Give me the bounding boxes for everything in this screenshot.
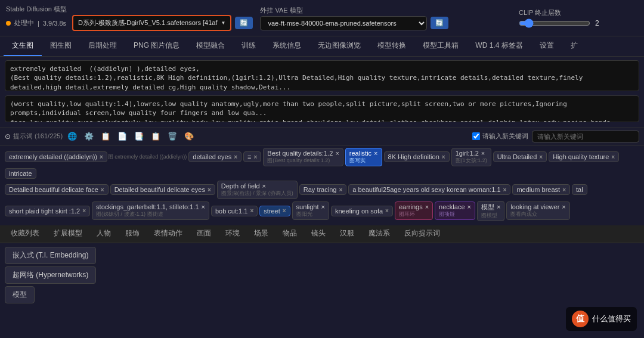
tag-street-x[interactable]: ×	[283, 207, 286, 214]
cat-tab-painting[interactable]: 画面	[190, 225, 218, 243]
tag-looking[interactable]: looking at viewer × 图看向观众	[506, 201, 569, 220]
hypernetworks-btn[interactable]: 超网络 (Hypernetworks)	[5, 266, 96, 284]
tag-delicate-eyes[interactable]: Detailed beautiful delicate eyes ×	[110, 184, 215, 195]
tag-8k-x[interactable]: ×	[442, 154, 445, 160]
model-select[interactable]: D系列-极致质感-DgirlV5_V5.1.safetensors [41af	[72, 15, 231, 31]
copy-btn2[interactable]: 📄	[115, 131, 129, 142]
tag-earrings-x[interactable]: ×	[425, 203, 429, 210]
vae-refresh-btn[interactable]: 🔄	[431, 17, 448, 29]
tag-ray-tracing[interactable]: Ray tracing ×	[299, 184, 346, 195]
tag-best-quality[interactable]: Best quality details:1.2 × 图(Best qualit…	[263, 148, 343, 166]
cat-tab-magic[interactable]: 魔法系	[361, 225, 397, 243]
cat-tab-hanfu[interactable]: 汉服	[333, 225, 361, 243]
tag-medium-breast[interactable]: medium breast ×	[512, 184, 570, 195]
copy-btn3[interactable]: 📑	[132, 131, 146, 142]
cat-tab-lens[interactable]: 镜头	[304, 225, 333, 243]
tag-bq-x[interactable]: ×	[335, 150, 339, 157]
tag-realistic[interactable]: realistic × 图写实	[345, 148, 382, 166]
tab-txt2img[interactable]: 文生图	[4, 36, 42, 56]
tag-dbdf-x[interactable]: ×	[101, 187, 104, 193]
tag-necklace-x[interactable]: ×	[467, 203, 471, 210]
tag-mb-x[interactable]: ×	[562, 187, 566, 193]
globe-btn[interactable]: 🌐	[65, 131, 79, 142]
tag-detailed-eyes[interactable]: detailed eyes ×	[188, 151, 242, 162]
cat-tab-environment[interactable]: 环境	[218, 225, 247, 243]
tag-addielyn[interactable]: extremely detailed ((addielyn)) ×	[5, 151, 107, 162]
tag-1girl[interactable]: 1girl:1.2 × 图(1女孩:1.2)	[451, 148, 491, 166]
tag-8k[interactable]: 8K High definition ×	[384, 151, 450, 162]
tab-png-info[interactable]: PNG 图片信息	[125, 36, 188, 56]
tab-expand[interactable]: 扩	[562, 36, 586, 56]
tag-dof-x[interactable]: ×	[262, 182, 266, 190]
tag-lav-x[interactable]: ×	[562, 203, 565, 210]
tag-ud-x[interactable]: ×	[539, 154, 543, 160]
tag-dbde-x[interactable]: ×	[208, 187, 211, 193]
tab-model-toolbox[interactable]: 模型工具箱	[414, 36, 467, 56]
tag-sub-addielyn: 图 extremely detailed ((addielyn))	[108, 153, 187, 161]
tag-model-x[interactable]: ×	[497, 203, 500, 210]
tag-addielyn-x[interactable]: ×	[100, 154, 103, 160]
delete-btn[interactable]: 🗑️	[165, 131, 179, 142]
tag-kw-x[interactable]: ×	[503, 187, 507, 193]
tag-delicate-face[interactable]: Detailed beautiful delicate face ×	[5, 184, 109, 195]
tag-st-x[interactable]: ×	[202, 203, 205, 210]
tab-system-info[interactable]: 系统信息	[264, 36, 309, 56]
tag-detailed-eyes-x[interactable]: ×	[234, 154, 237, 160]
tag-sunlight[interactable]: sunlight × 图阳光	[292, 201, 329, 220]
new-keyword-checkbox[interactable]	[472, 132, 480, 140]
tab-infinite-browse[interactable]: 无边图像浏览	[309, 36, 369, 56]
tab-settings[interactable]: 设置	[531, 36, 562, 56]
tag-bob-cut[interactable]: bob cut:1.1 ×	[211, 206, 258, 216]
cat-tab-clothing[interactable]: 服饰	[118, 225, 147, 243]
tab-train[interactable]: 训练	[233, 36, 264, 56]
cat-tab-expression[interactable]: 表情动作	[147, 225, 190, 243]
tag-realistic-x[interactable]: ×	[374, 150, 377, 157]
tab-model-merge[interactable]: 模型融合	[188, 36, 233, 56]
magic-btn[interactable]: 🎨	[182, 131, 196, 142]
tag-1girl-x[interactable]: ×	[481, 150, 485, 157]
tag-rt-x[interactable]: ×	[339, 187, 342, 193]
positive-prompt[interactable]: extremely detailed ((addielyn) ),detaile…	[5, 60, 639, 91]
tab-wd-tagger[interactable]: WD 1.4 标签器	[467, 36, 531, 56]
clip-label: CLIP 终止层数	[519, 8, 638, 17]
tag-eq-x[interactable]: ×	[253, 154, 257, 160]
cat-tab-person[interactable]: 人物	[89, 225, 118, 243]
tag-model[interactable]: 模型 × 图模型	[477, 201, 504, 221]
keyword-search-input[interactable]	[532, 131, 639, 142]
negative-prompt[interactable]: (worst quality,low quality:1.4),lowres,l…	[5, 95, 639, 122]
cat-tab-negative[interactable]: 反向提示词	[397, 225, 447, 243]
tag-hq-texture[interactable]: High quality texture ×	[549, 151, 619, 162]
tag-skirt-x[interactable]: ×	[82, 207, 86, 214]
cat-tab-extensions[interactable]: 扩展模型	[47, 225, 89, 243]
tag-ks-x[interactable]: ×	[385, 207, 389, 214]
cat-tab-scene[interactable]: 场景	[247, 225, 275, 243]
tag-necklace[interactable]: necklace × 图项链	[435, 201, 475, 220]
tag-korean-woman[interactable]: a beautiful25age years old sexy korean w…	[348, 184, 510, 195]
tag-equalizer[interactable]: ≡ ×	[243, 151, 261, 162]
tab-postprocess[interactable]: 后期处理	[80, 36, 125, 56]
cat-tab-favorites[interactable]: 收藏列表	[4, 225, 47, 243]
tag-bc-x[interactable]: ×	[250, 207, 253, 214]
tab-model-convert[interactable]: 模型转换	[369, 36, 414, 56]
copy-btn4[interactable]: 📋	[148, 131, 163, 142]
tag-tal[interactable]: tal	[572, 184, 587, 195]
tag-dof[interactable]: Depth of field × 图景深(画法) / 景深 (协调人员)	[217, 181, 298, 199]
tag-hqt-x[interactable]: ×	[611, 154, 615, 160]
tag-kneeling[interactable]: kneeling on sofa ×	[331, 206, 393, 216]
model-btn2[interactable]: 模型	[5, 286, 35, 303]
cat-tab-items[interactable]: 物品	[275, 225, 304, 243]
tag-street[interactable]: street ×	[259, 206, 290, 216]
settings-btn[interactable]: ⚙️	[82, 131, 96, 142]
tag-skirt[interactable]: short plaid tight skirt :1.2 ×	[5, 206, 90, 216]
tab-img2img[interactable]: 图生图	[42, 36, 80, 56]
tag-ultra-detailed[interactable]: Ultra Detailed ×	[493, 151, 547, 162]
embedding-btn[interactable]: 嵌入式 (T.I. Embedding)	[5, 247, 96, 264]
vae-select[interactable]: vae-ft-mse-840000-ema-pruned.safetensors	[260, 16, 427, 30]
tag-stockings[interactable]: stockings_garterbelt:1.1, stilleto:1.1 ×…	[92, 201, 209, 220]
tag-intricate[interactable]: intricate	[5, 168, 36, 179]
tag-sunlight-x[interactable]: ×	[321, 203, 325, 210]
tag-earrings[interactable]: earrings × 图耳环	[395, 201, 433, 220]
model-refresh-btn[interactable]: 🔄	[235, 17, 253, 29]
copy-btn1[interactable]: 📋	[98, 131, 113, 142]
clip-slider[interactable]	[519, 18, 590, 28]
